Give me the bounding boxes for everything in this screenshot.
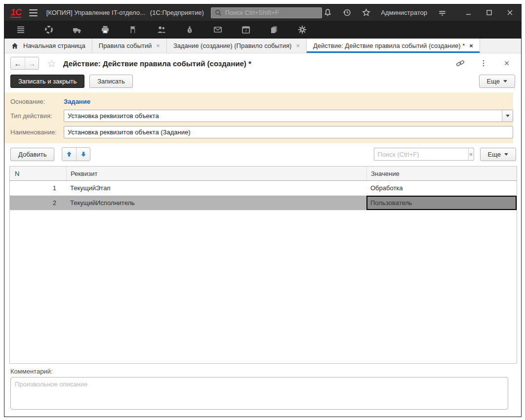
action-type-input[interactable] [64, 110, 502, 122]
global-search[interactable] [211, 7, 322, 18]
move-up-button[interactable] [62, 148, 76, 161]
value-cell[interactable]: Пользователь [366, 196, 517, 210]
row-number[interactable]: 2 [10, 196, 66, 210]
tab-close-icon[interactable] [296, 42, 300, 49]
dashboard-icon[interactable] [43, 24, 54, 35]
save-button[interactable]: Записать [89, 75, 133, 88]
back-button[interactable]: ← [11, 57, 25, 69]
flags-icon[interactable] [128, 24, 139, 35]
search-icon [214, 9, 222, 17]
row-number[interactable]: 1 [10, 181, 66, 195]
gear-icon[interactable] [297, 24, 308, 35]
tab-label: Действие: Действие правила событий (созд… [313, 42, 465, 49]
attribute-cell[interactable]: ТекущийЭтап [66, 181, 366, 195]
action-type-dropdown-button[interactable] [502, 110, 513, 122]
functions-menu-icon[interactable] [15, 24, 26, 35]
app-window: 1С [КОПИЯ] Управление IT-отдело... (1С:П… [4, 4, 522, 417]
comment-label: Комментарий: [10, 368, 508, 375]
table-search-input[interactable] [374, 148, 468, 160]
tab-action-create[interactable]: Действие: Действие правила событий (созд… [307, 39, 480, 53]
value-cell[interactable]: Обработка [366, 181, 517, 195]
transport-icon[interactable] [72, 24, 82, 35]
action-type-combobox[interactable] [64, 110, 513, 122]
notifications-bell-icon[interactable] [322, 7, 333, 18]
table-row[interactable]: 1ТекущийЭтапОбработка [10, 181, 517, 196]
comment-textarea[interactable] [10, 377, 508, 410]
chevron-down-icon [503, 80, 507, 83]
chevron-down-icon [506, 115, 510, 117]
tab-event-rules[interactable]: Правила событий [92, 39, 167, 53]
copy-icon[interactable] [269, 24, 280, 35]
money-icon[interactable]: $ [184, 24, 195, 35]
tab-home[interactable]: Начальная страница [4, 39, 92, 53]
printer-icon[interactable] [100, 24, 111, 35]
form-header: ← → Действие: Действие правила событий (… [4, 53, 521, 73]
attribute-cell[interactable]: ТекущийИсполнитель [66, 196, 366, 210]
svg-text:7: 7 [245, 29, 247, 33]
command-bar: Записать и закрыть Записать Еще [4, 73, 521, 92]
table-more-button[interactable]: Еще [480, 148, 516, 161]
users-icon[interactable] [156, 24, 167, 35]
main-menu-icon[interactable] [29, 9, 37, 16]
favorite-star-icon[interactable] [47, 58, 56, 69]
get-link-icon[interactable] [455, 58, 466, 69]
name-input[interactable] [64, 126, 513, 138]
action-type-label: Тип действия: [10, 112, 64, 120]
tab-close-icon[interactable] [156, 42, 160, 49]
add-button[interactable]: Добавить [10, 148, 54, 161]
table-body: 1ТекущийЭтапОбработка2ТекущийИсполнитель… [10, 181, 517, 363]
forward-button[interactable]: → [25, 57, 39, 69]
column-header-attribute[interactable]: Реквизит [66, 167, 366, 180]
more-button[interactable]: Еще [479, 75, 515, 88]
close-window-button[interactable] [504, 7, 515, 18]
sections-toolbar: $7 [4, 21, 521, 39]
mail-icon[interactable] [212, 24, 223, 35]
maximize-button[interactable] [484, 7, 494, 18]
global-search-input[interactable] [225, 9, 319, 16]
app-mode: (1С:Предприятие) [150, 9, 204, 16]
column-header-value[interactable]: Значение [366, 167, 517, 180]
table-toolbar: Добавить Еще [4, 143, 521, 165]
more-menu-icon[interactable] [478, 58, 489, 69]
title-bar: 1С [КОПИЯ] Управление IT-отдело... (1С:П… [4, 4, 521, 21]
table-search[interactable] [374, 148, 474, 161]
name-label: Наименование: [10, 128, 64, 136]
home-icon [11, 42, 19, 50]
more-button-label: Еще [487, 78, 500, 85]
service-settings-icon[interactable] [437, 7, 447, 18]
1c-logo-icon: 1С [10, 7, 21, 18]
base-value-link[interactable]: Задание [64, 98, 90, 105]
tab-label: Начальная страница [23, 42, 85, 49]
history-icon[interactable] [341, 7, 352, 18]
comment-section: Комментарий: [4, 364, 521, 417]
save-and-close-button[interactable]: Записать и закрыть [10, 75, 84, 88]
tab-label: Задание (создание) (Правило события) [173, 42, 291, 49]
table-header: N Реквизит Значение [10, 167, 517, 181]
current-user[interactable]: Администратор [381, 9, 427, 16]
tab-bar: Начальная страница Правила событий Задан… [4, 39, 521, 53]
favorites-star-icon[interactable] [361, 7, 371, 18]
attributes-table: N Реквизит Значение 1ТекущийЭтапОбработк… [9, 166, 517, 364]
column-header-n[interactable]: N [10, 170, 66, 177]
chevron-down-icon [504, 153, 508, 156]
app-title: [КОПИЯ] Управление IT-отдело... [46, 9, 145, 16]
calendar-icon[interactable]: 7 [241, 24, 251, 35]
tab-close-icon[interactable] [469, 42, 473, 49]
table-row[interactable]: 2ТекущийИсполнительПользователь [10, 196, 517, 210]
clear-search-icon[interactable] [468, 148, 474, 160]
tab-task-create[interactable]: Задание (создание) (Правило события) [167, 39, 307, 53]
form-title: Действие: Действие правила событий (созд… [63, 59, 251, 68]
move-down-button[interactable] [76, 148, 90, 161]
minimize-button[interactable] [463, 7, 474, 18]
tab-label: Правила событий [99, 42, 152, 49]
close-form-icon[interactable] [501, 58, 512, 69]
base-label: Основание: [10, 98, 64, 105]
fields-panel: Основание: Задание Тип действия: Наимено… [4, 92, 513, 143]
table-more-label: Еще [488, 151, 501, 158]
